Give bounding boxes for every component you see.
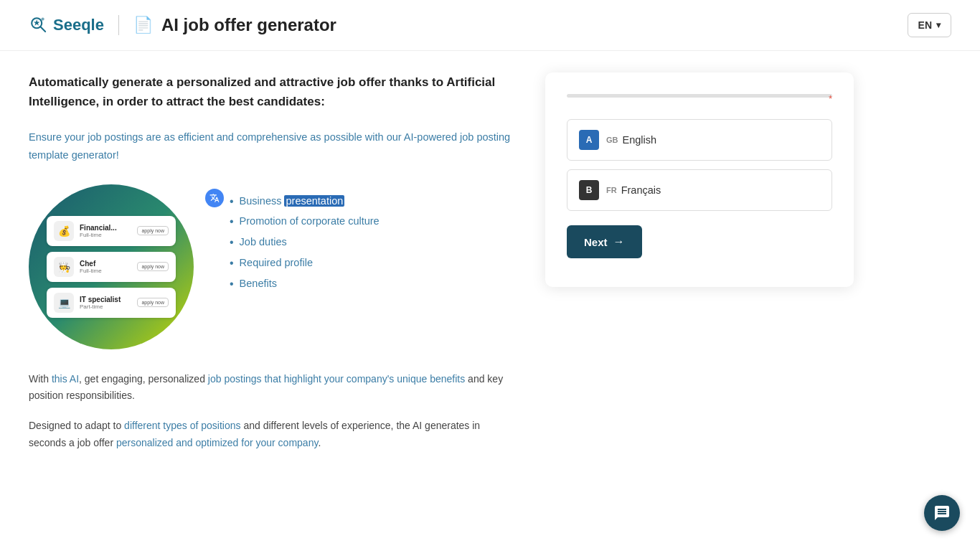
- highlight-presentation: presentation: [284, 195, 344, 207]
- translate-icon: [205, 189, 224, 207]
- job-card-type-it: Part-time: [80, 303, 121, 310]
- next-button-label: Next: [584, 236, 608, 248]
- list-item-profile: Required profile: [230, 253, 380, 274]
- illustration-circle: 💰 Financial... Full-time apply now 🧑‍🍳 C…: [29, 184, 194, 349]
- job-icon-it: 💻: [54, 293, 74, 313]
- page-title: AI job offer generator: [161, 15, 336, 35]
- left-panel: Automatically generate a personalized an…: [29, 72, 517, 465]
- svg-marker-2: [34, 19, 39, 25]
- job-card-chef: 🧑‍🍳 Chef Full-time apply now: [47, 252, 176, 282]
- flag-code-gb: GB: [606, 136, 618, 144]
- document-icon: 📄: [133, 16, 153, 34]
- apply-button-chef: apply now: [137, 262, 169, 271]
- list-item-promotion: Promotion of corporate culture: [230, 212, 380, 232]
- flag-code-fr: FR: [606, 186, 617, 194]
- lang-label-english: English: [623, 134, 657, 146]
- chevron-down-icon: ▾: [936, 20, 941, 30]
- list-item-label-profile: Required profile: [240, 253, 313, 272]
- language-card: * A GB English B FR Français Next: [545, 72, 854, 287]
- job-card-it: 💻 IT specialist Part-time apply now: [47, 288, 176, 318]
- list-item-business: Business presentation: [230, 192, 380, 212]
- apply-button-financial: apply now: [137, 226, 169, 235]
- job-card-financial: 💰 Financial... Full-time apply now: [47, 216, 176, 246]
- list-item-label-business: Business presentation: [240, 192, 345, 210]
- next-button[interactable]: Next →: [567, 225, 642, 258]
- next-arrow-icon: →: [613, 235, 625, 248]
- intro-heading: Automatically generate a personalized an…: [29, 72, 517, 111]
- progress-bar: [567, 94, 832, 98]
- seeqle-logo-icon: [29, 15, 49, 35]
- job-icon-chef: 🧑‍🍳: [54, 257, 74, 277]
- lang-icon-french: B: [579, 180, 599, 200]
- lang-flag-english: GB English: [606, 134, 656, 146]
- header-left: Seeqle 📄 AI job offer generator: [29, 15, 336, 35]
- language-option-english[interactable]: A GB English: [567, 119, 832, 161]
- list-item-label-duties: Job duties: [240, 232, 287, 251]
- job-card-title-it: IT specialist: [80, 296, 121, 303]
- app-header: Seeqle 📄 AI job offer generator EN ▾: [0, 0, 980, 51]
- apply-button-it: apply now: [137, 298, 169, 307]
- header-divider: [118, 15, 119, 35]
- lang-flag-french: FR Français: [606, 184, 661, 196]
- svg-point-3: [42, 18, 44, 21]
- chat-icon: [933, 504, 951, 522]
- seeqle-logo-text: Seeqle: [53, 16, 104, 34]
- list-item-duties: Job duties: [230, 232, 380, 253]
- illustration-row: 💰 Financial... Full-time apply now 🧑‍🍳 C…: [29, 184, 517, 349]
- main-content: Automatically generate a personalized an…: [0, 72, 980, 465]
- job-card-title-chef: Chef: [80, 260, 102, 268]
- intro-sub: Ensure your job postings are as efficien…: [29, 128, 517, 164]
- list-item-label-benefits: Benefits: [240, 274, 277, 293]
- lang-label-french: Français: [621, 184, 661, 196]
- list-item-benefits: Benefits: [230, 274, 380, 295]
- list-item-label-promotion: Promotion of corporate culture: [240, 212, 380, 230]
- language-option-french[interactable]: B FR Français: [567, 169, 832, 211]
- features-list: Business presentation Promotion of corpo…: [230, 192, 380, 295]
- bottom-text-2-content: Designed to adapt to different types of …: [29, 420, 480, 448]
- job-card-title-financial: Financial...: [80, 224, 117, 232]
- bottom-text-2: Designed to adapt to different types of …: [29, 418, 517, 452]
- bottom-text-1: With this AI, get engaging, personalized…: [29, 371, 517, 405]
- bottom-text-1-content: With this AI, get engaging, personalized…: [29, 373, 503, 402]
- language-selector-button[interactable]: EN ▾: [908, 13, 951, 37]
- lang-code-label: EN: [918, 19, 932, 31]
- lang-icon-english: A: [579, 130, 599, 150]
- required-indicator: *: [829, 94, 832, 104]
- job-icon-financial: 💰: [54, 221, 74, 241]
- svg-line-1: [40, 27, 45, 32]
- right-panel: * A GB English B FR Français Next: [545, 72, 854, 465]
- seeqle-logo: Seeqle: [29, 15, 104, 35]
- job-card-type-financial: Full-time: [80, 232, 117, 238]
- chat-bubble-button[interactable]: [924, 495, 960, 531]
- job-card-type-chef: Full-time: [80, 268, 102, 274]
